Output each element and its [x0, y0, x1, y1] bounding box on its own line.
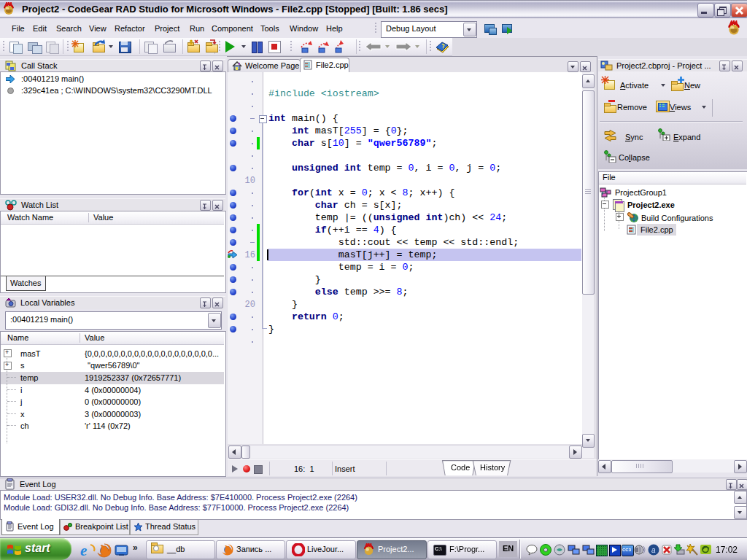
svg-text:e: e — [80, 542, 87, 559]
svg-text:a: a — [651, 546, 656, 554]
